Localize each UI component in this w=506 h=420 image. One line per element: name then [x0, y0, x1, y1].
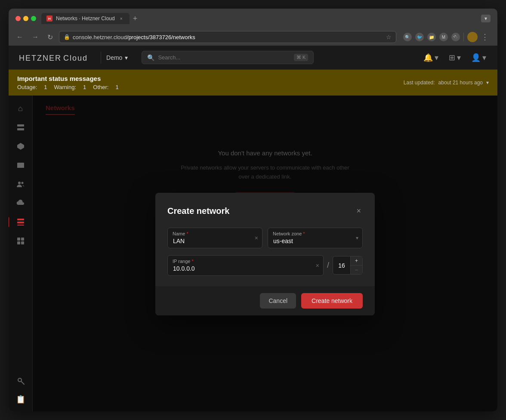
- form-group-name: Name * ×: [167, 228, 262, 248]
- modal-overlay: Create network × Name * ×: [33, 96, 497, 411]
- maximize-window-btn[interactable]: [31, 16, 36, 21]
- svg-point-7: [21, 182, 23, 184]
- collapse-icon: ▾: [486, 80, 489, 86]
- cidr-increment-btn[interactable]: +: [351, 256, 362, 266]
- browser-extensions: 🔍 🐦 📁 M 🔌 ⋮: [400, 32, 492, 42]
- outage-count: 1: [44, 84, 47, 90]
- zone-label: Network zone *: [273, 231, 305, 236]
- name-label: Name *: [173, 231, 188, 236]
- status-details: Outage: 1 Warning: 1 Other: 1: [17, 84, 119, 90]
- create-network-btn[interactable]: Create network: [301, 293, 363, 309]
- svg-point-6: [18, 182, 21, 184]
- svg-rect-1: [17, 128, 24, 130]
- browser-titlebar: H Networks · Hetzner Cloud × + ▾: [9, 9, 497, 28]
- sidebar-item-teams[interactable]: [12, 176, 29, 193]
- svg-rect-14: [21, 241, 24, 244]
- sidebar-item-home[interactable]: ⌂: [12, 100, 29, 117]
- form-group-zone: Network zone * eu-central us-east ap-sou…: [268, 228, 363, 248]
- sidebar: ⌂: [9, 96, 33, 411]
- create-network-modal: Create network × Name * ×: [155, 193, 375, 315]
- cloud-label: Cloud: [63, 54, 88, 62]
- servers-icon: [16, 123, 25, 132]
- status-title: Important status messages: [17, 75, 119, 82]
- form-group-ip: IP range * ×: [167, 255, 324, 276]
- warning-count: 1: [83, 84, 86, 90]
- project-dropdown-icon: ▾: [125, 54, 128, 61]
- last-updated-label: Last updated:: [404, 80, 435, 86]
- cloud-icon: [16, 199, 25, 207]
- sidebar-item-networks[interactable]: [12, 213, 29, 231]
- cidr-divider: /: [327, 261, 329, 270]
- sidebar-item-servers[interactable]: [12, 119, 29, 136]
- volumes-icon: [16, 142, 25, 151]
- ext-icon-5[interactable]: 🔌: [451, 33, 460, 41]
- search-icon: 🔍: [147, 54, 154, 61]
- sidebar-item-images[interactable]: [12, 157, 29, 174]
- refresh-btn[interactable]: ↻: [45, 31, 56, 43]
- svg-rect-9: [17, 222, 24, 223]
- svg-rect-0: [17, 124, 24, 127]
- svg-line-16: [21, 381, 24, 384]
- bookmark-btn[interactable]: ☆: [386, 34, 392, 40]
- svg-rect-8: [17, 219, 24, 220]
- svg-point-4: [19, 164, 20, 166]
- svg-rect-11: [17, 238, 20, 241]
- search-bar[interactable]: 🔍 ⌘ K: [142, 51, 314, 64]
- name-clear-btn[interactable]: ×: [255, 235, 258, 241]
- cidr-stepper: 16 + –: [333, 256, 363, 275]
- minimize-window-btn[interactable]: [23, 16, 28, 21]
- tab-title: Networks · Hetzner Cloud: [56, 15, 115, 22]
- active-tab[interactable]: H Networks · Hetzner Cloud ×: [41, 13, 130, 24]
- svg-rect-13: [17, 241, 20, 244]
- sidebar-item-firewalls[interactable]: [12, 232, 29, 250]
- new-tab-btn[interactable]: +: [130, 14, 141, 23]
- security-icon: 🔒: [64, 34, 70, 40]
- toolbar-separator: [463, 33, 464, 41]
- search-input[interactable]: [158, 54, 290, 61]
- ext-icon-2[interactable]: 🐦: [415, 33, 424, 41]
- modal-header: Create network ×: [167, 205, 363, 217]
- sidebar-item-footer[interactable]: 📋: [12, 391, 29, 408]
- notifications-btn[interactable]: 🔔 ▾: [421, 50, 441, 65]
- browser-menu-btn[interactable]: ⋮: [481, 32, 489, 42]
- user-btn[interactable]: 👤 ▾: [469, 50, 489, 65]
- other-count: 1: [115, 84, 118, 90]
- svg-rect-10: [17, 225, 24, 225]
- warning-label: Warning:: [54, 84, 77, 90]
- search-shortcut: ⌘ K: [294, 54, 308, 61]
- sidebar-item-volumes[interactable]: [12, 138, 29, 155]
- teams-icon: [16, 180, 25, 188]
- form-row-name-zone: Name * × Network zone * eu-centra: [167, 228, 363, 248]
- profile-avatar[interactable]: [467, 32, 478, 42]
- ext-icon-3[interactable]: 📁: [427, 33, 436, 41]
- svg-rect-12: [21, 238, 24, 241]
- main-layout: ⌂: [9, 96, 497, 411]
- sidebar-item-cloud[interactable]: [12, 195, 29, 212]
- modal-close-btn[interactable]: ×: [355, 205, 363, 217]
- status-last-updated[interactable]: Last updated: about 21 hours ago ▾: [404, 80, 489, 86]
- cidr-decrement-btn[interactable]: –: [351, 266, 362, 274]
- forward-btn[interactable]: →: [29, 31, 41, 43]
- back-btn[interactable]: ←: [14, 31, 26, 43]
- tab-favicon: H: [46, 15, 52, 22]
- traffic-lights: [15, 16, 36, 21]
- close-window-btn[interactable]: [15, 16, 21, 21]
- apps-btn[interactable]: ⊞ ▾: [446, 50, 463, 65]
- sidebar-item-keys[interactable]: [12, 372, 29, 389]
- content-area: Networks You don't have any networks yet…: [33, 96, 497, 411]
- url-display: console.hetzner.cloud/projects/3873726/n…: [73, 34, 383, 40]
- browser-toolbar: ← → ↻ 🔒 console.hetzner.cloud/projects/3…: [9, 28, 497, 46]
- tab-bar: H Networks · Hetzner Cloud × +: [41, 13, 476, 24]
- project-selector[interactable]: Demo ▾: [101, 52, 133, 64]
- cidr-value: 16: [333, 259, 350, 272]
- ext-icon-4[interactable]: M: [439, 33, 448, 41]
- tab-menu-btn[interactable]: ▾: [481, 15, 491, 22]
- modal-footer: Cancel Create network: [155, 286, 375, 315]
- ext-icon-1[interactable]: 🔍: [403, 33, 412, 41]
- outage-label: Outage:: [17, 84, 37, 90]
- address-bar[interactable]: 🔒 console.hetzner.cloud/projects/3873726…: [59, 31, 396, 43]
- ip-range-clear-btn[interactable]: ×: [316, 262, 319, 269]
- cancel-btn[interactable]: Cancel: [260, 293, 296, 309]
- firewalls-icon: [16, 237, 25, 245]
- tab-close-btn[interactable]: ×: [118, 15, 124, 22]
